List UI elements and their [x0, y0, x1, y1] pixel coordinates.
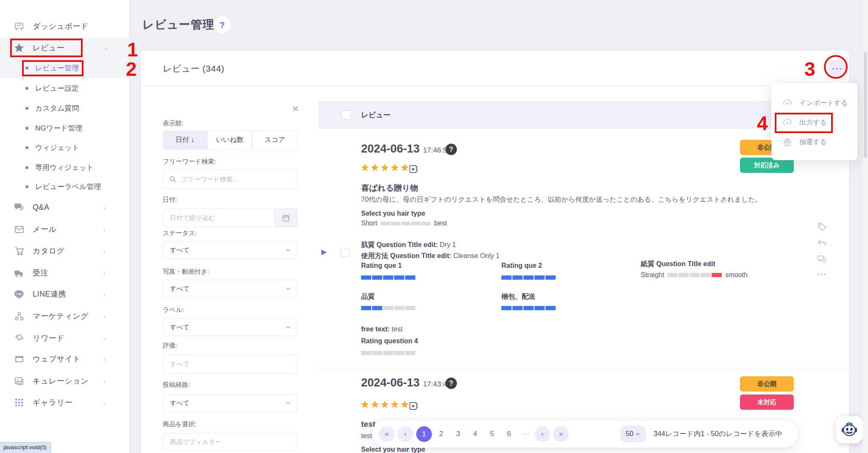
ticket-icon — [14, 333, 25, 344]
status-select[interactable]: すべて — [163, 241, 298, 259]
star-rating: ★★★★★ — [360, 398, 410, 411]
pagination-last-button[interactable]: » — [553, 426, 569, 442]
close-icon[interactable]: × — [290, 103, 301, 114]
pagination-prev-button[interactable]: ‹ — [398, 426, 413, 442]
sidebar-item-curation[interactable]: キュレーション › — [0, 371, 129, 391]
chatbot-button[interactable] — [836, 416, 863, 443]
pagination-next-button[interactable]: › — [534, 426, 550, 442]
mail-icon — [14, 224, 25, 235]
sort-tab-score[interactable]: スコア — [252, 131, 298, 150]
chevron-right-icon: › — [103, 247, 106, 255]
help-icon[interactable]: ? — [213, 16, 231, 34]
sidebar-item-gallery[interactable]: ギャラリー › — [0, 392, 129, 413]
annotation-box-1 — [10, 39, 83, 57]
calendar-icon[interactable] — [274, 209, 297, 227]
page-size-select[interactable]: 50 — [620, 425, 646, 442]
truck-icon — [14, 267, 25, 278]
sidebar-item-marketing[interactable]: マーケティング › — [0, 306, 129, 326]
browser-icon — [14, 353, 25, 364]
sidebar-item-mail[interactable]: メール › — [0, 219, 129, 239]
sidebar-subitem-review-label[interactable]: レビューラベル管理 — [0, 177, 129, 196]
chevron-down-icon — [285, 400, 291, 406]
question-mark-icon[interactable]: ? — [445, 378, 457, 389]
keyword-search-input[interactable]: フリーワード検索... — [163, 170, 298, 189]
chevron-down-icon — [285, 324, 291, 330]
rating-filter-input[interactable]: すべて — [163, 355, 298, 373]
review-checkbox[interactable] — [340, 248, 350, 257]
page-title: レビュー管理 — [142, 17, 214, 32]
dashboard-icon — [14, 21, 25, 32]
status-label: ステータス: — [163, 229, 197, 237]
label-value: すべて — [170, 323, 189, 331]
media-select[interactable]: すべて — [163, 280, 298, 297]
pagination-page-2[interactable]: 2 — [433, 430, 450, 438]
label-select[interactable]: すべて — [163, 318, 298, 336]
product-placeholder: 商品でフィルター — [170, 438, 222, 446]
bullet-icon — [25, 127, 28, 130]
rating-bar — [361, 306, 415, 310]
date-filter-input[interactable]: 日付で絞り込む — [163, 208, 298, 227]
scale-left-label: Straight — [641, 271, 664, 279]
cart-icon — [14, 245, 25, 256]
sidebar-subitem-dedicated-widget[interactable]: 専用ウィジェット — [0, 158, 129, 177]
sort-tab-likes[interactable]: いいね数 — [207, 131, 253, 150]
pagination-page-4[interactable]: 4 — [467, 430, 484, 438]
pagination-bar: « ‹ 1 2 3 4 5 6 ⋯ › » 50 344レコード内1 - 50の… — [372, 420, 798, 447]
annotation-number-1: 1 — [127, 40, 138, 59]
chevron-right-icon: › — [103, 335, 106, 342]
page-scrollbar[interactable] — [863, 0, 868, 453]
tag-icon[interactable] — [816, 221, 827, 232]
channel-select[interactable]: すべて — [163, 394, 298, 412]
sidebar-item-qa[interactable]: Q&A › — [0, 197, 129, 217]
reply-icon[interactable] — [816, 237, 827, 248]
sort-tab-date[interactable]: 日付 ↓ — [163, 131, 207, 150]
sidebar-item-catalog[interactable]: カタログ › — [0, 241, 129, 261]
pagination-page-5[interactable]: 5 — [484, 430, 501, 438]
hair-answer-row: Short best — [361, 220, 447, 227]
pagination-page-1[interactable]: 1 — [416, 426, 432, 442]
question-mark-icon[interactable]: ? — [445, 144, 457, 155]
expand-triangle-icon[interactable]: ▶ — [321, 247, 327, 256]
chevron-right-icon: › — [103, 399, 106, 406]
sidebar-subitem-custom-question[interactable]: カスタム質問 — [0, 99, 129, 117]
sidebar-subitem-ngword[interactable]: NGワード管理 — [0, 119, 129, 137]
product-filter-input[interactable]: 商品でフィルター — [163, 433, 298, 451]
sidebar-item-website[interactable]: ウェブサイト › — [0, 349, 129, 369]
star-rating: ★★★★★ — [360, 161, 410, 174]
label-filter-label: ラベル: — [163, 306, 184, 314]
rating-bar — [381, 222, 431, 225]
scrollbar-thumb[interactable] — [864, 52, 867, 158]
rating-que2-label: Rating que 2 — [501, 262, 542, 270]
menu-item-lottery[interactable]: 抽選する — [771, 133, 857, 151]
image-icon — [14, 375, 25, 386]
sidebar-subitem-widget[interactable]: ウィジェット — [0, 138, 129, 157]
row-more-icon[interactable]: ⋯ — [816, 269, 827, 280]
chevron-right-icon: › — [103, 313, 106, 320]
bullet-icon — [25, 107, 28, 110]
pagination-page-3[interactable]: 3 — [450, 430, 467, 438]
review-body: 70代の母に、母の日ギフトのリクエストを問合せたところ、以前から何度か送ったこと… — [361, 195, 793, 204]
scale-right-label: smooth — [725, 271, 747, 279]
annotation-number-4: 4 — [757, 114, 768, 133]
card-header-divider — [141, 86, 849, 86]
sidebar-item-reward[interactable]: リワード › — [0, 328, 129, 348]
sidebar-subitem-review-settei[interactable]: レビュー設定 — [0, 79, 129, 97]
scale-left-label: Short — [361, 220, 377, 227]
sidebar-item-orders[interactable]: 受注 › — [0, 263, 129, 283]
menu-item-import[interactable]: インポートする — [771, 94, 857, 112]
select-all-checkbox[interactable] — [342, 110, 351, 120]
sidebar-item-dashboard[interactable]: ダッシュボード — [0, 16, 129, 36]
pagination-info: 344レコード内1 - 50のレコードを表示中 — [654, 429, 782, 439]
sidebar-item-line[interactable]: LINE LINE連携 › — [0, 284, 129, 304]
status-value: すべて — [170, 246, 189, 254]
card-title: レビュー (344) — [163, 63, 224, 75]
photo-badge-icon — [409, 164, 419, 174]
pagination-first-button[interactable]: « — [379, 426, 395, 442]
review-management-page: ダッシュボード レビュー ⌄ レビュー管理 レビュー設定 カスタム質問 NGワー… — [0, 0, 868, 453]
paper-answer-row: Straight smooth — [641, 271, 748, 279]
pagination-page-6[interactable]: 6 — [501, 430, 517, 438]
comment-icon[interactable] — [816, 253, 827, 264]
chevron-right-icon: › — [103, 378, 106, 385]
review-divider — [318, 369, 849, 370]
bullet-icon — [25, 166, 28, 169]
